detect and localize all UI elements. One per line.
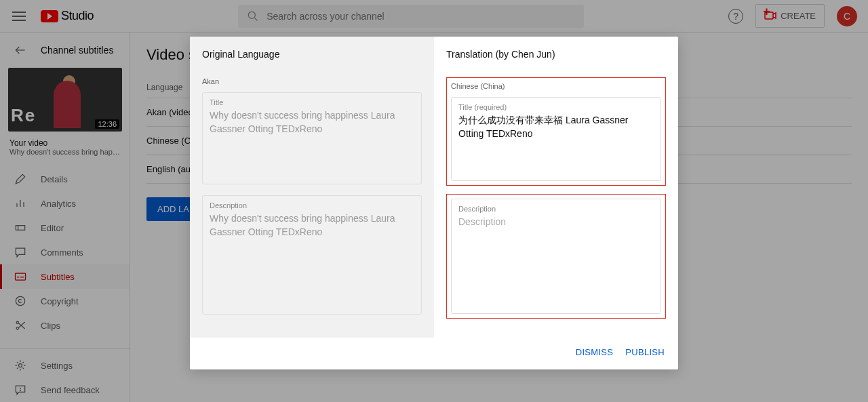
desc-field-label-2: Description <box>458 205 654 213</box>
original-panel-title: Original Language <box>202 49 422 60</box>
original-title-box: Title Why doesn't success bring happines… <box>202 92 422 184</box>
original-desc-box: Description Why doesn't success bring ha… <box>202 195 422 315</box>
title-field-label: Title <box>210 98 414 106</box>
publish-button[interactable]: PUBLISH <box>625 347 665 357</box>
dialog-footer: DISMISS PUBLISH <box>190 338 678 369</box>
original-lang-label: Akan <box>202 77 422 85</box>
translation-panel-title: Translation (by Chen Jun) <box>446 49 666 60</box>
desc-field-label: Description <box>210 201 414 209</box>
translation-desc-frame: Description Description <box>446 194 666 319</box>
translation-desc-input[interactable]: Description <box>458 216 654 229</box>
translation-lang-label: Chinese (China) <box>451 82 661 90</box>
translation-title-frame: Chinese (China) Title (required) 为什么成功没有… <box>446 77 666 186</box>
original-title-value: Why doesn't success bring happiness Laur… <box>210 109 414 136</box>
dismiss-button[interactable]: DISMISS <box>576 347 614 357</box>
modal-overlay: Original Language Akan Title Why doesn't… <box>0 0 868 402</box>
original-desc-value: Why doesn't success bring happiness Laur… <box>210 212 414 239</box>
original-language-panel: Original Language Akan Title Why doesn't… <box>190 37 434 338</box>
translation-dialog: Original Language Akan Title Why doesn't… <box>190 37 678 369</box>
title-required-label: Title (required) <box>458 103 654 111</box>
translation-title-box[interactable]: Title (required) 为什么成功没有带来幸福 Laura Gassn… <box>451 97 661 181</box>
translation-title-input[interactable]: 为什么成功没有带来幸福 Laura Gassner Otting TEDxRen… <box>458 114 654 140</box>
translation-panel: Translation (by Chen Jun) Chinese (China… <box>434 37 678 338</box>
translation-desc-box[interactable]: Description Description <box>451 199 661 314</box>
